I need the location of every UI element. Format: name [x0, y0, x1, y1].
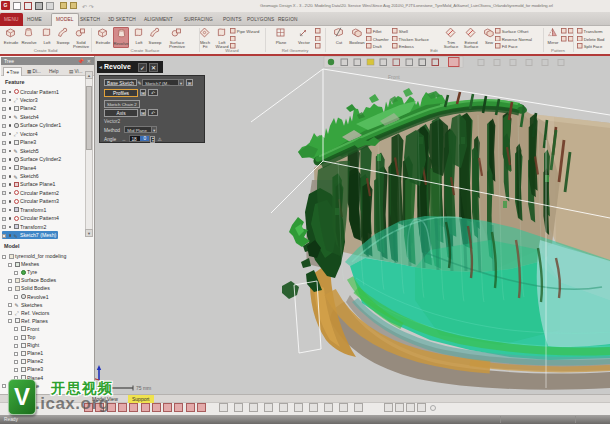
- svg-text:Front: Front: [388, 74, 400, 80]
- svg-text:75 mm: 75 mm: [136, 385, 151, 391]
